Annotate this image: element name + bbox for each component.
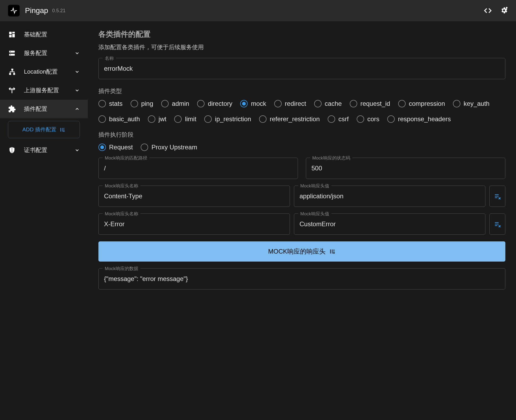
svg-rect-1 [9,32,12,34]
branch-icon [8,86,16,94]
settings-gear-icon[interactable] [500,6,508,15]
svg-rect-5 [9,51,15,53]
sidebar-item-basic[interactable]: 基础配置 [0,25,88,44]
shield-icon [8,146,16,154]
radio-basic_auth[interactable]: basic_auth [98,115,140,123]
svg-rect-6 [9,54,15,56]
radio-ip_restriction[interactable]: ip_restriction [204,115,251,123]
header-value-label: Mock响应头值 [298,211,331,217]
exec-stage-radio-group: RequestProxy Upstream [98,144,505,151]
delete-header-button[interactable] [489,213,505,235]
page-subtitle: 添加配置各类插件，可便于后续服务使用 [98,43,505,51]
radio-circle-icon [453,100,460,107]
radio-referer_restriction[interactable]: referer_restriction [259,115,320,123]
app-header: Pingap 0.5.21 [0,0,516,21]
status-label: Mock响应的状态码 [310,155,352,161]
delete-header-button[interactable] [489,186,505,207]
radio-csrf[interactable]: csrf [328,115,349,123]
sidebar-item-server[interactable]: 服务配置 [0,44,88,62]
header-name-group: Mock响应头名称 [98,186,290,207]
radio-stats[interactable]: stats [98,100,123,107]
name-input[interactable] [98,58,505,79]
data-input[interactable] [98,268,505,289]
radio-cors[interactable]: cors [357,115,379,123]
sidebar-item-label: 上游服务配置 [24,86,74,94]
radio-circle-icon [350,100,357,107]
radio-label: basic_auth [109,115,140,123]
radio-key_auth[interactable]: key_auth [453,100,489,107]
radio-redirect[interactable]: redirect [274,100,306,107]
hierarchy-icon [8,68,16,76]
svg-point-0 [506,7,507,9]
radio-admin[interactable]: admin [161,100,189,107]
header-name-label: Mock响应头名称 [103,183,140,189]
svg-rect-10 [9,73,11,75]
data-label: Mock响应的数据 [103,266,140,272]
radio-cache[interactable]: cache [314,100,342,107]
radio-proxy-upstream[interactable]: Proxy Upstream [141,144,197,151]
radio-label: limit [185,115,196,123]
radio-label: request_id [360,100,390,107]
radio-mock[interactable]: mock [240,100,266,107]
name-label: 名称 [103,55,116,61]
radio-label: cors [367,115,379,123]
radio-label: key_auth [464,100,489,107]
radio-limit[interactable]: limit [174,115,196,123]
data-field-group: Mock响应的数据 [98,268,505,289]
radio-response_headers[interactable]: response_headers [387,115,451,123]
radio-circle-icon [148,115,155,123]
sidebar-item-location[interactable]: Location配置 [0,62,88,81]
radio-label: ping [141,100,153,107]
radio-circle-icon [259,115,267,123]
radio-directory[interactable]: directory [197,100,232,107]
chevron-down-icon [74,51,80,56]
radio-circle-icon [174,115,182,123]
header-value-group: Mock响应头值 [294,186,485,207]
radio-circle-icon [314,100,322,107]
name-field-group: 名称 [98,58,505,79]
radio-circle-icon [131,100,138,107]
radio-ping[interactable]: ping [131,100,153,107]
svg-rect-11 [13,73,15,75]
radio-jwt[interactable]: jwt [148,115,166,123]
sidebar-item-label: 插件配置 [24,105,74,113]
header-value-label: Mock响应头值 [298,183,331,189]
sidebar-item-cert[interactable]: 证书配置 [0,141,88,159]
radio-label: cache [325,100,342,107]
radio-compression[interactable]: compression [398,100,445,107]
svg-rect-3 [12,34,15,37]
radio-circle-icon [98,144,106,151]
sidebar-item-upstream[interactable]: 上游服务配置 [0,81,88,100]
radio-circle-icon [387,115,395,123]
radio-label: referer_restriction [270,115,320,123]
add-button-label: ADD 插件配置 [22,126,56,133]
sidebar-item-label: 证书配置 [24,146,74,154]
svg-point-7 [10,51,11,52]
dashboard-icon [8,31,16,39]
svg-rect-2 [12,32,15,33]
radio-label: csrf [338,115,349,123]
radio-circle-icon [357,115,364,123]
main-content: 各类插件的配置 添加配置各类插件，可便于后续服务使用 名称 插件类型 stats… [88,21,516,420]
app-version: 0.5.21 [52,8,65,14]
radio-circle-icon [398,100,406,107]
radio-label: directory [208,100,232,107]
add-plugin-button[interactable]: ADD 插件配置 [8,121,80,138]
mock-headers-button[interactable]: MOCK响应的响应头 [98,241,505,262]
sidebar-item-label: Location配置 [24,68,74,76]
radio-label: compression [409,100,445,107]
radio-request[interactable]: Request [98,144,133,151]
radio-label: jwt [159,115,166,123]
puzzle-icon [8,105,16,113]
radio-label: mock [251,100,266,107]
sidebar-item-plugins[interactable]: 插件配置 [0,100,88,118]
logo-icon [8,5,20,16]
app-name: Pingap [25,6,48,15]
chevron-down-icon [74,148,80,153]
radio-label: ip_restriction [215,115,251,123]
code-icon[interactable] [484,6,492,15]
path-label: Mock响应的匹配路径 [103,155,149,161]
radio-label: stats [109,100,123,107]
radio-request_id[interactable]: request_id [350,100,390,107]
radio-circle-icon [240,100,248,107]
